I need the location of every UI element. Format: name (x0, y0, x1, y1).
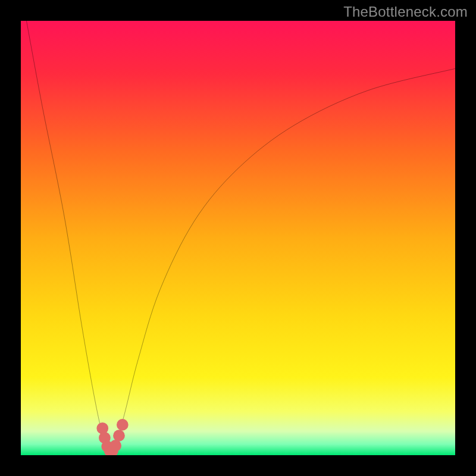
watermark-text: TheBottleneck.com (343, 4, 468, 20)
curve-markers (96, 419, 128, 455)
chart-frame: TheBottleneck.com (0, 0, 476, 476)
bottleneck-curve (26, 21, 455, 453)
plot-area (21, 21, 455, 455)
curve-marker (117, 419, 129, 431)
curve-layer (21, 21, 455, 455)
curve-marker (113, 430, 125, 441)
curve-marker (109, 440, 121, 452)
